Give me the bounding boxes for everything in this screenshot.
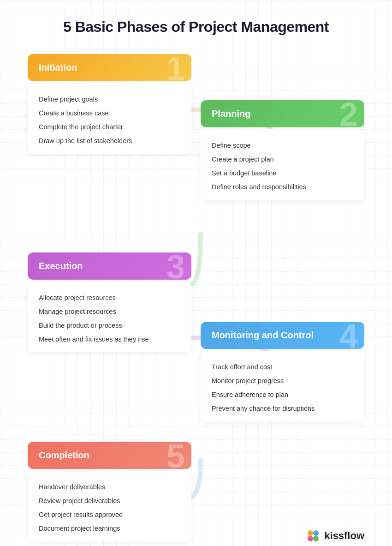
list-item: Get project results approved	[39, 508, 180, 522]
phase-completion-label: Completion	[39, 450, 89, 461]
phase-execution-items: Allocate project resources Manage projec…	[28, 282, 191, 352]
phase-monitoring-label: Monitoring and Control	[212, 330, 314, 341]
list-item: Define roles and responsibilities	[212, 180, 353, 191]
phase-monitoring-number: 4	[339, 322, 357, 349]
list-item: Define project goals	[39, 92, 180, 106]
phase-planning-label: Planning	[212, 108, 250, 119]
list-item: Review project deliverables	[39, 494, 180, 508]
phase-execution-header: Execution 3	[28, 252, 191, 280]
list-item: Create a project plan	[212, 152, 353, 166]
phase-initiation-items: Define project goals Create a business c…	[28, 83, 191, 154]
phase-initiation-header: Initiation 1	[28, 54, 191, 81]
phase-completion-items: Handover deliverables Review project del…	[28, 471, 191, 541]
kissflow-logo-icon	[306, 528, 321, 543]
list-item: Handover deliverables	[39, 480, 180, 494]
phase-monitoring-items: Track effort and cost Monitor project pr…	[201, 351, 364, 421]
phase-initiation-label: Initiation	[39, 62, 77, 73]
phase-completion: Completion 5 Handover deliverables Revie…	[28, 442, 191, 541]
list-item: Create a business case	[39, 106, 180, 120]
list-item: Prevent any chance for disruptions	[212, 402, 353, 412]
list-item: Set a budget baseline	[212, 166, 353, 180]
list-item: Ensure adherence to plan	[212, 388, 353, 402]
phase-monitoring: Monitoring and Control 4 Track effort an…	[201, 322, 364, 421]
phase-initiation: Initiation 1 Define project goals Create…	[28, 54, 191, 154]
svg-point-1	[313, 530, 319, 536]
phase-completion-header: Completion 5	[28, 442, 191, 469]
list-item: Monitor project progress	[212, 374, 353, 388]
list-item: Allocate project resources	[39, 291, 180, 305]
phase-planning: Planning 2 Define scope Create a project…	[201, 100, 364, 200]
phase-planning-number: 2	[339, 100, 357, 127]
list-item: Meet often and fix issues as they rise	[39, 332, 180, 343]
phase-completion-number: 5	[166, 442, 184, 469]
phase-initiation-number: 1	[166, 54, 184, 81]
phase-execution: Execution 3 Allocate project resources M…	[28, 252, 191, 352]
list-item: Manage project resources	[39, 305, 180, 318]
list-item: Track effort and cost	[212, 360, 353, 374]
list-item: Complete the project charter	[39, 120, 180, 134]
kissflow-logo: kissflow	[306, 528, 364, 543]
page-title: 5 Basic Phases of Project Management	[28, 18, 364, 36]
phase-planning-items: Define scope Create a project plan Set a…	[201, 129, 364, 200]
list-item: Document project learnings	[39, 522, 180, 532]
phases-container: Initiation 1 Define project goals Create…	[28, 54, 364, 539]
list-item: Build the product or process	[39, 318, 180, 332]
svg-point-3	[313, 536, 319, 541]
list-item: Define scope	[212, 138, 353, 152]
phase-planning-header: Planning 2	[201, 100, 364, 127]
svg-point-2	[308, 536, 313, 541]
svg-point-0	[308, 530, 313, 536]
phase-execution-label: Execution	[39, 261, 83, 271]
list-item: Draw up the list of stakeholders	[39, 134, 180, 144]
phase-execution-number: 3	[166, 252, 184, 280]
kissflow-logo-text: kissflow	[324, 530, 364, 542]
phase-monitoring-header: Monitoring and Control 4	[201, 322, 364, 349]
